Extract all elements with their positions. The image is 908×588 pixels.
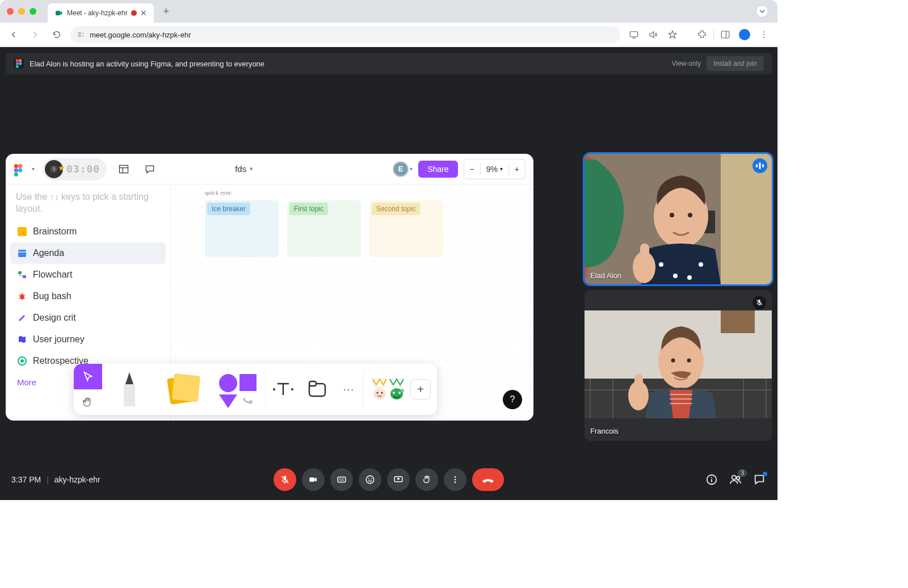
svg-point-41 [398,392,401,394]
svg-rect-54 [640,243,649,259]
meeting-details-button[interactable] [705,473,718,486]
template-design-crit[interactable]: Design crit [10,307,166,329]
new-tab-button[interactable]: + [158,3,174,19]
raise-hand-button[interactable] [415,468,438,491]
camera-button[interactable] [302,468,325,491]
canvas-card-first-topic[interactable]: First topic [287,200,361,257]
chrome-menu-icon[interactable] [756,27,772,43]
svg-point-52 [687,275,692,280]
svg-rect-23 [18,271,22,274]
bookmark-icon[interactable] [665,27,680,43]
back-button[interactable] [6,27,22,43]
text-tool[interactable] [266,364,300,415]
svg-point-51 [673,274,678,278]
address-bar: meet.google.com/aky-hzpk-ehr [0,23,777,47]
maximize-window[interactable] [30,8,36,15]
share-button[interactable]: Share [418,161,457,178]
svg-rect-88 [711,479,712,482]
help-button[interactable]: ? [503,390,522,409]
svg-point-16 [18,168,22,172]
template-flowchart[interactable]: Flowchart [10,264,166,285]
template-agenda[interactable]: Agenda [10,242,166,264]
profile-avatar[interactable] [737,27,753,43]
chat-button[interactable] [753,473,766,486]
tab-title: Meet - aky-hzpk-ehr [67,9,128,17]
svg-rect-56 [759,162,761,169]
template-brainstorm[interactable]: Brainstorm [10,221,166,242]
sticky-note-tool[interactable] [157,364,211,415]
meet-app: Elad Alon is hosting an activity using F… [0,47,777,500]
canvas-title: quick sync [205,189,232,196]
extensions-icon[interactable] [694,27,710,43]
captions-button[interactable]: CC [330,468,353,491]
svg-point-6 [763,34,764,35]
url-input[interactable]: meet.google.com/aky-hzpk-ehr [70,26,620,43]
chevron-down-icon[interactable]: ▾ [410,166,413,172]
figma-menu-chevron-icon[interactable]: ▾ [32,166,35,172]
map-icon [17,334,27,345]
template-bug-bash[interactable]: Bug bash [10,285,166,307]
zoom-in-button[interactable]: + [509,165,525,174]
meeting-code: aky-hzpk-ehr [54,475,100,484]
participant-tile-francois[interactable]: Francois [585,290,772,441]
svg-point-36 [373,388,386,400]
mute-tab-icon[interactable] [645,27,661,43]
forward-button[interactable] [27,27,43,43]
tab-search-button[interactable] [756,5,768,18]
hand-tool[interactable] [74,389,102,415]
meet-control-bar: 3:37 PM | aky-hzpk-ehr CC [0,459,777,500]
comment-icon[interactable] [141,160,159,178]
figjam-bottom-toolbar: ⋯ + [74,364,437,415]
canvas-card-second-topic[interactable]: Second topic [369,200,443,257]
close-window[interactable] [7,8,14,15]
pen-icon [17,313,27,323]
install-join-button[interactable]: Install and join [707,56,764,71]
screen-share-icon[interactable] [626,27,642,43]
timer-widget[interactable]: ★ 03:00 [43,158,107,180]
browser-tab[interactable]: Meet - aky-hzpk-ehr ✕ [48,3,154,23]
layout-icon[interactable] [115,160,133,178]
hangup-button[interactable] [472,468,504,491]
reload-button[interactable] [49,27,65,43]
zoom-out-button[interactable]: − [464,165,480,174]
shape-tool[interactable] [211,364,266,415]
svg-rect-31 [239,374,257,391]
select-tool[interactable] [74,364,102,389]
svg-rect-44 [721,154,772,284]
site-settings-icon[interactable] [77,31,85,39]
file-title[interactable]: fds ▾ [235,164,253,174]
more-options-button[interactable] [444,468,466,491]
collaborator-avatar[interactable]: E [393,161,409,177]
svg-point-25 [20,294,24,300]
sticker-tool[interactable]: + [363,364,437,415]
section-tool[interactable] [300,364,334,415]
activity-banner: Elad Alon is hosting an activity using F… [6,53,772,74]
reactions-button[interactable] [359,468,381,491]
svg-rect-19 [120,165,128,173]
figma-logo-icon[interactable] [14,164,24,174]
zoom-level[interactable]: 9% ▾ [481,165,508,174]
svg-point-7 [763,37,764,38]
minimize-window[interactable] [18,8,25,15]
meeting-info[interactable]: 3:37 PM | aky-hzpk-ehr [11,475,100,484]
microphone-button[interactable] [274,468,296,491]
marker-tool[interactable] [102,364,157,415]
chevron-down-icon: ▾ [250,165,253,173]
svg-rect-61 [721,310,755,333]
template-user-journey[interactable]: User journey [10,329,166,350]
present-button[interactable] [387,468,410,491]
sidebar-hint: Use the ↑↓ keys to pick a starting layou… [10,191,166,221]
participant-name: Elad Alon [590,271,621,280]
add-sticker-button[interactable]: + [410,379,431,400]
video-feed [585,154,772,284]
svg-rect-21 [18,250,26,257]
close-tab-icon[interactable]: ✕ [140,9,147,18]
people-button[interactable]: 3 [729,473,742,486]
more-tools-button[interactable]: ⋯ [334,364,363,415]
side-panel-icon[interactable] [717,27,733,43]
participants-strip: Elad Alon [585,154,772,447]
svg-rect-57 [762,164,764,167]
svg-point-90 [737,477,740,480]
canvas-card-ice-breaker[interactable]: Ice breaker [205,200,279,257]
participant-tile-elad[interactable]: Elad Alon [585,154,772,284]
